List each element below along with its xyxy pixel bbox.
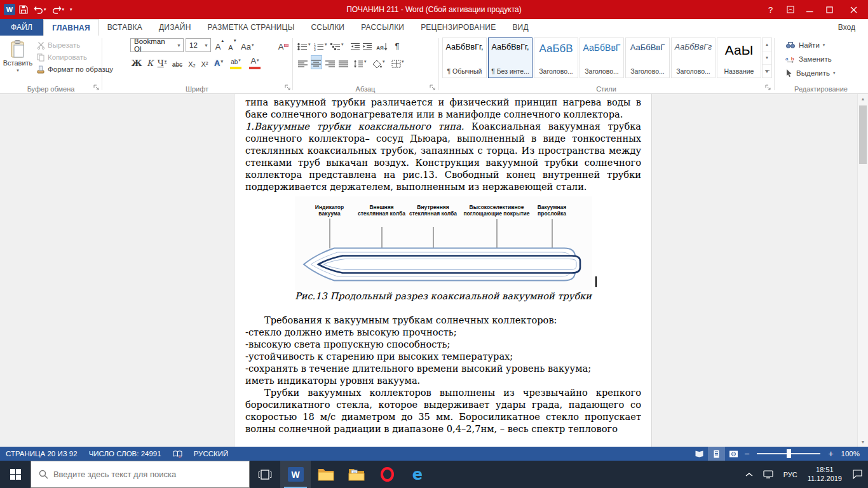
clear-formatting-button[interactable]: А [278, 39, 289, 53]
minimize-button[interactable] [800, 0, 820, 19]
start-button[interactable] [0, 461, 31, 488]
paragraph[interactable]: 1.Вакуумные трубки коаксиального типа. К… [245, 120, 641, 193]
scrollbar-thumb[interactable] [859, 105, 867, 164]
style-heading4[interactable]: АаБбВвГг Заголово... [671, 37, 715, 78]
sort-button[interactable]: АЯ [376, 38, 388, 52]
save-button[interactable] [17, 2, 30, 17]
read-mode-button[interactable] [691, 447, 708, 461]
highlight-button[interactable]: ab▾ [230, 55, 241, 69]
document-page[interactable]: типа вакуумной трубки различается и физи… [234, 94, 652, 447]
figure-caption[interactable]: Рис.13 Продольный разрез коаксиальной ва… [245, 290, 641, 302]
figure-vacuum-tube[interactable]: Индикатор вакуума Внешняя стеклянная кол… [295, 196, 592, 290]
list-item[interactable]: -высокую света пропускную способность; [245, 338, 641, 350]
zoom-out-button[interactable]: − [742, 449, 751, 459]
zoom-slider-thumb[interactable] [787, 449, 791, 458]
justify-button[interactable] [338, 55, 349, 69]
taskbar-documents-folder[interactable] [341, 461, 372, 488]
taskbar-edge[interactable]: e [402, 461, 433, 488]
paste-button[interactable]: Вставить ▾ [3, 37, 33, 89]
close-button[interactable] [839, 0, 868, 19]
taskbar-word[interactable]: W [280, 461, 311, 488]
font-size-combo[interactable]: 12 ▼ [186, 38, 211, 52]
customize-qat-button[interactable]: ▾ [68, 2, 74, 17]
paragraph[interactable]: типа вакуумной трубки различается и физи… [245, 96, 641, 120]
decrease-indent-button[interactable] [349, 38, 361, 52]
tab-design[interactable]: ДИЗАЙН [151, 19, 200, 36]
tab-layout[interactable]: РАЗМЕТКА СТРАНИЦЫ [200, 19, 303, 36]
word-count[interactable]: ЧИСЛО СЛОВ: 24991 [83, 447, 167, 461]
increase-indent-button[interactable] [362, 38, 373, 52]
scroll-up-arrow[interactable]: ▲ [858, 94, 868, 104]
find-button[interactable]: Найти ▾ [785, 41, 825, 49]
line-spacing-button[interactable]: ▾ [353, 55, 367, 69]
taskbar-opera[interactable] [372, 461, 402, 488]
styles-dialog-launcher[interactable] [765, 84, 772, 91]
subscript-button[interactable]: X₂ [186, 55, 198, 69]
network-status[interactable] [758, 461, 778, 488]
gallery-more-button[interactable]: ▼ [763, 65, 771, 78]
task-view-button[interactable] [250, 461, 280, 488]
tab-home[interactable]: ГЛАВНАЯ [43, 19, 99, 36]
paragraph-dialog-launcher[interactable] [430, 84, 437, 91]
help-button[interactable]: ? [761, 0, 780, 19]
sign-in[interactable]: Вход [825, 19, 868, 36]
style-normal[interactable]: АаБбВвГг, ¶ Обычный [442, 37, 487, 78]
underline-button[interactable]: Ч▾ [156, 55, 168, 69]
ribbon-display-options-button[interactable] [780, 0, 800, 19]
bold-button[interactable]: Ж [131, 55, 142, 69]
align-center-button[interactable] [311, 55, 322, 69]
taskbar-file-explorer[interactable] [311, 461, 341, 488]
style-heading3[interactable]: АаБбВвГ Заголово... [625, 37, 670, 78]
web-layout-button[interactable] [725, 447, 742, 461]
zoom-slider[interactable] [757, 453, 820, 454]
shading-button[interactable]: ▾ [372, 55, 385, 69]
strikethrough-button[interactable]: abc [172, 55, 183, 69]
maximize-button[interactable] [820, 0, 839, 19]
align-left-button[interactable] [297, 55, 309, 69]
tab-insert[interactable]: ВСТАВКА [99, 19, 151, 36]
list-item[interactable]: иметь индикаторы уровня вакуума. [245, 374, 641, 386]
paragraph[interactable]: Трубки вакуумных коллекторов выполнены и… [245, 386, 641, 435]
vertical-scrollbar[interactable]: ▲ ▼ [857, 94, 868, 447]
superscript-button[interactable]: X² [199, 55, 210, 69]
style-heading2[interactable]: АаБбВвГ Заголово... [580, 37, 624, 78]
grow-font-button[interactable]: А▲ [214, 39, 226, 53]
zoom-level[interactable]: 100% [836, 450, 868, 458]
language-indicator[interactable]: РУССКИЙ [188, 447, 234, 461]
multilevel-list-button[interactable]: ▾ [330, 38, 344, 52]
list-item[interactable]: -устойчивость к старению при высоких тем… [245, 350, 641, 362]
action-center-button[interactable] [847, 461, 868, 488]
proofing-status[interactable] [167, 447, 188, 461]
cut-button[interactable]: Вырезать [37, 39, 80, 51]
tab-file[interactable]: ФАЙЛ [0, 19, 43, 36]
clock[interactable]: 18:51 11.12.2019 [803, 461, 847, 488]
hidden-icons-button[interactable] [740, 461, 758, 488]
change-case-button[interactable]: Аа▾ [241, 39, 254, 53]
redo-button[interactable]: ▾ [50, 2, 67, 17]
font-dialog-launcher[interactable] [285, 84, 292, 91]
tab-mailings[interactable]: РАССЫЛКИ [353, 19, 412, 36]
tab-review[interactable]: РЕЦЕНЗИРОВАНИЕ [412, 19, 504, 36]
replace-button[interactable]: ab Заменить [785, 55, 832, 63]
page-indicator[interactable]: СТРАНИЦА 20 ИЗ 92 [0, 447, 83, 461]
style-title[interactable]: АаЫ Название [717, 37, 761, 78]
select-button[interactable]: Выделить ▾ [785, 69, 836, 77]
undo-button[interactable]: ▾ [32, 2, 48, 17]
scroll-down-arrow[interactable]: ▼ [858, 437, 868, 447]
text-effects-button[interactable]: А▾ [213, 55, 224, 69]
language-switcher[interactable]: РУС [778, 461, 803, 488]
style-heading1[interactable]: АаБбВ Заголово... [534, 37, 578, 78]
tab-references[interactable]: ССЫЛКИ [303, 19, 353, 36]
word-app-icon[interactable]: W [4, 4, 15, 15]
bullets-button[interactable]: ▾ [297, 38, 311, 52]
gallery-scroll-down[interactable]: ▼ [763, 51, 771, 65]
search-input[interactable] [53, 470, 241, 479]
align-right-button[interactable] [325, 55, 336, 69]
tab-view[interactable]: ВИД [504, 19, 536, 36]
taskbar-search[interactable] [31, 461, 250, 488]
style-no-spacing[interactable]: АаБбВвГг, ¶ Без инте... [488, 37, 532, 78]
font-name-combo[interactable]: Bookman Ol ▼ [130, 38, 184, 52]
numbering-button[interactable]: 123 ▾ [314, 38, 327, 52]
list-item[interactable]: -сохранять в течение длительного времени… [245, 362, 641, 374]
zoom-in-button[interactable]: + [826, 449, 835, 459]
